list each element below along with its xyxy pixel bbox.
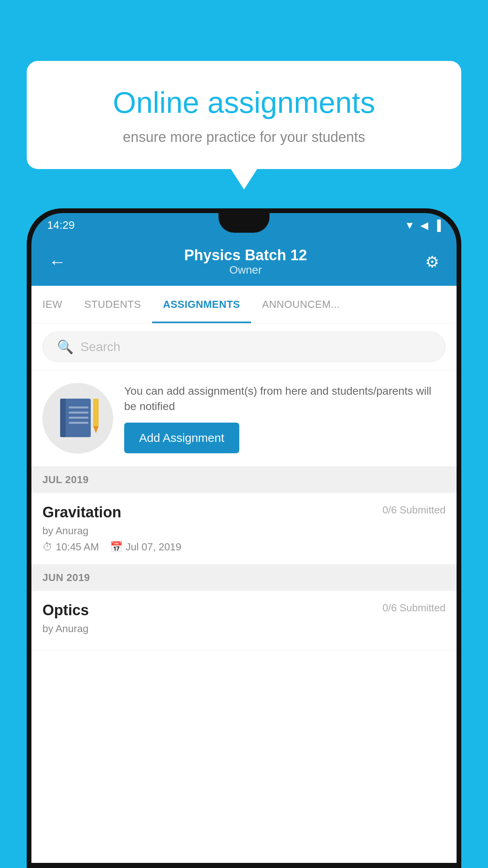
calendar-icon: 📅 bbox=[110, 541, 123, 553]
notebook-line bbox=[69, 406, 88, 408]
pencil-tip-icon bbox=[93, 426, 99, 433]
battery-icon: ▐ bbox=[434, 219, 441, 232]
speech-bubble: Online assignments ensure more practice … bbox=[27, 61, 461, 169]
notebook-icon bbox=[60, 399, 95, 438]
tab-assignments[interactable]: ASSIGNMENTS bbox=[152, 286, 251, 323]
time-item: ⏱ 10:45 AM bbox=[42, 541, 99, 553]
phone-frame: 14:29 ▼ ◀ ▐ ← Physics Batch 12 Owner ⚙ I… bbox=[27, 208, 461, 868]
promo-icon-circle bbox=[42, 383, 113, 454]
notebook-line bbox=[69, 422, 88, 424]
tab-announcements[interactable]: ANNOUNCEM... bbox=[251, 286, 351, 323]
assignment-meta: by Anurag bbox=[42, 525, 446, 537]
speech-bubble-subtitle: ensure more practice for your students bbox=[54, 129, 434, 145]
promo-text-block: You can add assignment(s) from here and … bbox=[124, 383, 446, 453]
search-input[interactable]: Search bbox=[81, 340, 120, 354]
assignment-item-optics[interactable]: Optics 0/6 Submitted by Anurag bbox=[31, 591, 457, 650]
search-bar[interactable]: 🔍 Search bbox=[42, 331, 446, 362]
optics-meta: by Anurag bbox=[42, 623, 446, 635]
status-bar: 14:29 ▼ ◀ ▐ bbox=[31, 213, 457, 237]
tab-students[interactable]: STUDENTS bbox=[73, 286, 152, 323]
section-header-jun: JUN 2019 bbox=[31, 565, 457, 591]
assignment-row-top: Gravitation 0/6 Submitted bbox=[42, 504, 446, 521]
assignment-name: Gravitation bbox=[42, 504, 121, 521]
batch-subtitle: Owner bbox=[184, 264, 307, 276]
assignment-time-row: ⏱ 10:45 AM 📅 Jul 07, 2019 bbox=[42, 541, 446, 553]
notebook-spine bbox=[60, 399, 66, 437]
signal-icon: ◀ bbox=[420, 219, 428, 232]
notebook-line bbox=[69, 412, 88, 414]
back-button[interactable]: ← bbox=[49, 252, 66, 272]
notebook-body bbox=[60, 399, 91, 437]
status-icons: ▼ ◀ ▐ bbox=[405, 219, 441, 232]
notebook-lines bbox=[69, 406, 88, 427]
assignment-date: Jul 07, 2019 bbox=[126, 541, 182, 553]
optics-submitted: 0/6 Submitted bbox=[383, 602, 446, 614]
header-title-block: Physics Batch 12 Owner bbox=[184, 247, 307, 276]
assignment-submitted: 0/6 Submitted bbox=[383, 504, 446, 516]
status-time: 14:29 bbox=[47, 219, 75, 232]
section-header-jul: JUL 2019 bbox=[31, 467, 457, 493]
settings-icon[interactable]: ⚙ bbox=[425, 253, 439, 271]
notebook-line bbox=[69, 417, 88, 419]
search-icon: 🔍 bbox=[57, 339, 73, 355]
content-area: 🔍 Search bbox=[31, 324, 457, 863]
assignment-item-gravitation[interactable]: Gravitation 0/6 Submitted by Anurag ⏱ 10… bbox=[31, 493, 457, 565]
pencil-icon bbox=[93, 399, 99, 426]
tab-iew[interactable]: IEW bbox=[31, 286, 73, 323]
promo-description: You can add assignment(s) from here and … bbox=[124, 383, 446, 414]
tabs-bar: IEW STUDENTS ASSIGNMENTS ANNOUNCEM... bbox=[31, 286, 457, 324]
speech-bubble-title: Online assignments bbox=[54, 85, 434, 120]
wifi-icon: ▼ bbox=[405, 219, 415, 232]
notch bbox=[218, 213, 270, 233]
assignment-time: 10:45 AM bbox=[56, 541, 99, 553]
date-item: 📅 Jul 07, 2019 bbox=[110, 541, 182, 553]
add-assignment-button[interactable]: Add Assignment bbox=[124, 423, 239, 453]
optics-name: Optics bbox=[42, 602, 89, 619]
clock-icon: ⏱ bbox=[42, 541, 53, 553]
batch-title: Physics Batch 12 bbox=[184, 247, 307, 264]
search-bar-container: 🔍 Search bbox=[31, 324, 457, 370]
speech-bubble-container: Online assignments ensure more practice … bbox=[27, 61, 461, 169]
promo-section: You can add assignment(s) from here and … bbox=[31, 370, 457, 467]
phone-screen: 14:29 ▼ ◀ ▐ ← Physics Batch 12 Owner ⚙ I… bbox=[31, 213, 457, 863]
app-header: ← Physics Batch 12 Owner ⚙ bbox=[31, 237, 457, 286]
assignment-row-top-optics: Optics 0/6 Submitted bbox=[42, 602, 446, 619]
